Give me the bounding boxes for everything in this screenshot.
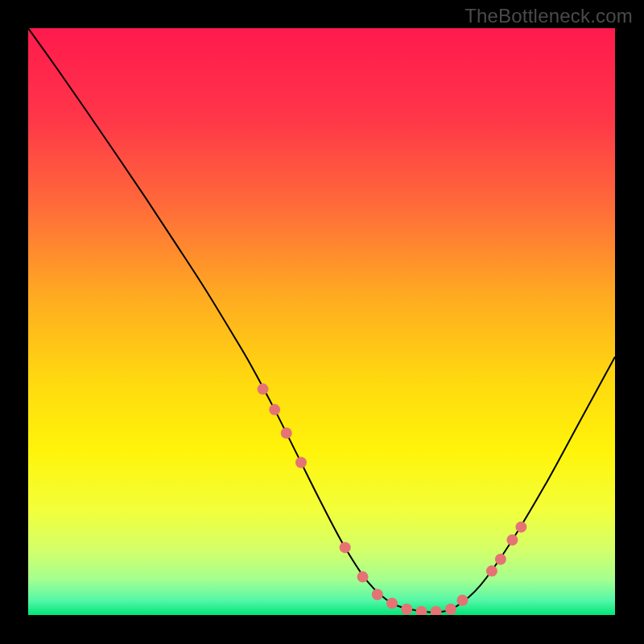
highlight-marker: [269, 404, 280, 415]
chart-svg: [28, 28, 615, 615]
highlight-marker: [445, 604, 456, 615]
highlight-marker: [456, 595, 468, 606]
highlight-marker: [506, 535, 518, 546]
highlight-marker: [486, 565, 497, 576]
highlight-marker: [372, 588, 383, 600]
highlight-marker: [386, 597, 398, 609]
highlight-marker: [258, 383, 269, 394]
bottleneck-chart: [28, 28, 615, 615]
highlight-marker: [401, 604, 412, 615]
highlight-marker: [340, 542, 351, 553]
highlight-marker: [495, 554, 506, 565]
watermark-label: TheBottleneck.com: [464, 5, 633, 27]
highlight-marker: [515, 522, 526, 533]
gradient-background: [28, 28, 615, 615]
highlight-marker: [357, 572, 369, 583]
highlight-marker: [281, 427, 292, 439]
highlight-marker: [295, 456, 307, 468]
